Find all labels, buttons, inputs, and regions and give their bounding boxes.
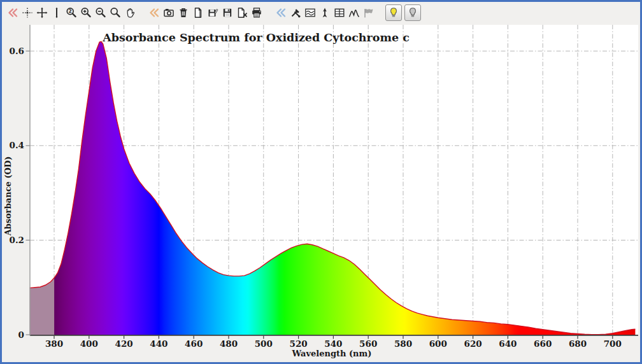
x-tick-label: 380 — [45, 339, 63, 349]
collapse-view-group-button[interactable] — [5, 5, 20, 20]
table-icon — [334, 7, 345, 18]
zoom-region-button[interactable]: 2 — [64, 5, 78, 20]
move-cursor-button[interactable] — [34, 5, 49, 20]
collapse-file-group-button[interactable] — [146, 5, 161, 20]
spectrum-box-icon — [304, 7, 316, 18]
double-chevron-icon — [275, 7, 287, 18]
y-axis-label: Absorbance (OD) — [3, 157, 13, 237]
lamp-on-button[interactable] — [385, 4, 402, 21]
floppy-icon — [222, 7, 233, 18]
print-button[interactable] — [249, 5, 264, 20]
move-crosshair-icon — [36, 7, 48, 18]
tracking-cursor-button[interactable] — [20, 5, 34, 20]
spectrum-chart: 3804004204404604805005205405605806006206… — [2, 22, 640, 363]
peaks-icon — [348, 7, 360, 18]
printer-icon — [251, 7, 262, 18]
chart-area: 3804004204404604805005205405605806006206… — [2, 22, 640, 363]
x-tick-label: 580 — [394, 339, 412, 349]
spectrometer-app-window: 2 38040042044046048050052054056058060062… — [0, 0, 642, 364]
y-tick-label: 0.2 — [10, 235, 25, 245]
x-tick-label: 540 — [324, 339, 342, 349]
x-tick-label: 460 — [185, 339, 203, 349]
y-tick-label: 0.6 — [10, 46, 25, 56]
baseline-flag-button[interactable] — [361, 5, 376, 20]
x-tick-label: 560 — [359, 339, 377, 349]
floppy-pencil-icon — [207, 7, 218, 18]
collapse-analysis-group-button[interactable] — [273, 5, 288, 20]
magnifier-minus-icon — [95, 7, 106, 18]
magnifier-icon — [110, 7, 121, 18]
x-tick-label: 680 — [569, 339, 587, 349]
page-icon — [192, 7, 204, 18]
snapshot-button[interactable] — [161, 5, 176, 20]
peak-analysis-button[interactable] — [346, 5, 361, 20]
spectrum-overlay-button[interactable] — [303, 5, 317, 20]
x-axis-label: Wavelength (nm) — [292, 349, 372, 358]
svg-text:2: 2 — [68, 8, 71, 14]
x-tick-label: 440 — [150, 339, 168, 349]
save-edited-button[interactable] — [205, 5, 220, 20]
y-tick-label: 0.4 — [10, 140, 25, 150]
delete-data-button[interactable] — [176, 5, 190, 20]
x-tick-label: 420 — [115, 339, 133, 349]
x-tick-label: 500 — [255, 339, 273, 349]
dotted-crosshair-icon — [22, 7, 33, 18]
bulb-off-icon — [407, 7, 418, 18]
vertical-bar-icon — [51, 7, 62, 18]
x-tick-label: 620 — [464, 339, 482, 349]
save-button[interactable] — [220, 5, 234, 20]
toolbar: 2 — [2, 2, 640, 22]
y-tick-label: 0 — [18, 330, 24, 340]
x-tick-label: 480 — [220, 339, 238, 349]
hand-icon — [124, 7, 136, 18]
cursor-marker-button[interactable] — [317, 5, 332, 20]
close-page-button[interactable] — [234, 5, 249, 20]
bulb-on-icon — [388, 7, 399, 18]
x-tick-label: 640 — [499, 339, 517, 349]
flag-icon — [363, 7, 374, 18]
crossed-tools-icon — [290, 7, 301, 18]
double-chevron-icon — [7, 7, 18, 18]
x-tick-label: 700 — [604, 339, 622, 349]
x-tick-label: 520 — [290, 339, 308, 349]
x-tick-label: 600 — [429, 339, 447, 349]
zoom-out-button[interactable] — [93, 5, 108, 20]
new-page-button[interactable] — [190, 5, 205, 20]
magnifier-2-icon: 2 — [66, 7, 77, 18]
magnifier-plus-icon — [80, 7, 92, 18]
page-x-icon — [236, 7, 248, 18]
dart-icon — [319, 7, 331, 18]
x-tick-label: 660 — [534, 339, 552, 349]
data-table-button[interactable] — [332, 5, 346, 20]
chart-title: Absorbance Spectrum for Oxidized Cytochr… — [102, 31, 410, 44]
camera-icon — [163, 7, 175, 18]
pan-tool-button[interactable] — [122, 5, 137, 20]
zoom-in-button[interactable] — [78, 5, 93, 20]
lamp-off-button[interactable] — [404, 4, 421, 21]
trash-icon — [178, 7, 189, 18]
vertical-cursor-button[interactable] — [49, 5, 64, 20]
x-tick-label: 400 — [80, 339, 98, 349]
double-chevron-icon — [148, 7, 160, 18]
zoom-tool-button[interactable] — [108, 5, 122, 20]
experiment-setup-button[interactable] — [288, 5, 303, 20]
